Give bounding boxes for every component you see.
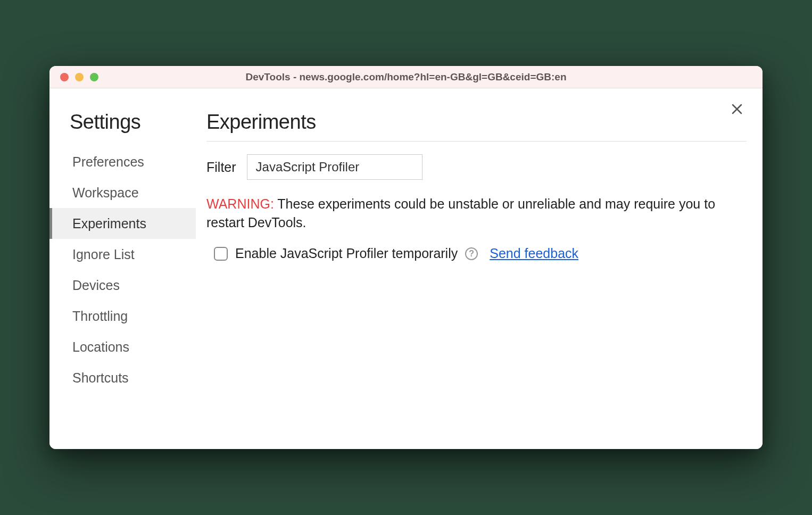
warning-label: WARNING: (206, 196, 274, 211)
titlebar: DevTools - news.google.com/home?hl=en-GB… (49, 66, 763, 88)
sidebar-item-shortcuts[interactable]: Shortcuts (49, 362, 196, 393)
maximize-window-icon[interactable] (90, 73, 98, 81)
sidebar-title: Settings (49, 111, 196, 134)
sidebar-item-label: Locations (72, 339, 129, 355)
close-window-icon[interactable] (60, 73, 69, 81)
sidebar-item-devices[interactable]: Devices (49, 270, 196, 301)
minimize-window-icon[interactable] (75, 73, 84, 81)
warning-body: These experiments could be unstable or u… (206, 196, 715, 230)
sidebar-item-label: Shortcuts (72, 370, 129, 386)
sidebar-item-label: Experiments (72, 216, 146, 231)
devtools-window: DevTools - news.google.com/home?hl=en-GB… (49, 66, 763, 449)
sidebar-item-label: Preferences (72, 154, 144, 170)
sidebar-item-ignore-list[interactable]: Ignore List (49, 239, 196, 270)
sidebar-item-label: Devices (72, 278, 120, 293)
page-title: Experiments (206, 111, 747, 142)
close-button[interactable] (730, 102, 744, 117)
sidebar: Settings Preferences Workspace Experimen… (49, 88, 196, 449)
send-feedback-link[interactable]: Send feedback (490, 246, 578, 261)
sidebar-item-throttling[interactable]: Throttling (49, 301, 196, 331)
sidebar-item-label: Ignore List (72, 247, 135, 262)
sidebar-item-workspace[interactable]: Workspace (49, 177, 196, 208)
filter-label: Filter (206, 160, 236, 175)
sidebar-item-label: Throttling (72, 309, 128, 324)
content: Settings Preferences Workspace Experimen… (49, 88, 763, 449)
filter-input[interactable] (247, 154, 422, 180)
experiment-label: Enable JavaScript Profiler temporarily (235, 246, 458, 261)
window-title: DevTools - news.google.com/home?hl=en-GB… (49, 71, 763, 83)
main-panel: Experiments Filter WARNING: These experi… (196, 88, 763, 449)
close-icon (731, 103, 743, 115)
warning-message: WARNING: These experiments could be unst… (206, 195, 747, 232)
sidebar-item-label: Workspace (72, 185, 139, 201)
experiment-row: Enable JavaScript Profiler temporarily ?… (206, 246, 747, 261)
sidebar-item-preferences[interactable]: Preferences (49, 146, 196, 177)
sidebar-item-locations[interactable]: Locations (49, 331, 196, 362)
help-icon[interactable]: ? (465, 247, 478, 260)
sidebar-item-experiments[interactable]: Experiments (49, 208, 196, 239)
traffic-lights (49, 73, 98, 81)
filter-row: Filter (206, 154, 747, 180)
experiment-checkbox[interactable] (214, 247, 228, 261)
